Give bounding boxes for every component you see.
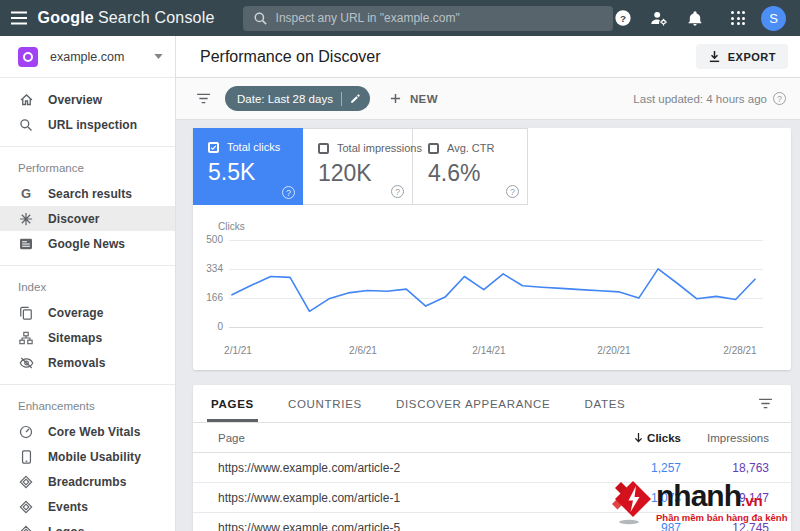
- clicks-header-label: Clicks: [647, 432, 681, 444]
- sidebar-item-label: Logos: [48, 525, 85, 531]
- help-outline-icon[interactable]: ?: [282, 186, 295, 199]
- sidebar-item-overview[interactable]: Overview: [0, 87, 175, 112]
- metric-label: Total clicks: [227, 141, 280, 153]
- topbar: GoogleSearch Console ?: [0, 0, 800, 36]
- table-filter-icon[interactable]: [758, 385, 773, 422]
- search-input[interactable]: [276, 11, 603, 25]
- page-url-link[interactable]: https://www.example.com/article-1: [193, 491, 586, 505]
- sidebar-item-label: Breadcrumbs: [48, 475, 126, 489]
- notifications-bell-icon[interactable]: [685, 8, 705, 28]
- sidebar-item-logos[interactable]: Logos: [0, 519, 175, 531]
- x-tick: 2/20/21: [597, 345, 630, 356]
- sidebar-item-events[interactable]: Events: [0, 494, 175, 519]
- chip-divider: [341, 92, 342, 106]
- export-button[interactable]: EXPORT: [696, 44, 788, 69]
- sidebar-item-label: Overview: [48, 93, 102, 107]
- manage-users-icon[interactable]: [649, 8, 669, 28]
- tab-discover-appearance[interactable]: DISCOVER APPEARANCE: [396, 385, 551, 422]
- help-outline-icon[interactable]: ?: [506, 185, 519, 198]
- property-selector[interactable]: example.com: [0, 36, 175, 78]
- table-header-row: Page Clicks Impressions: [193, 423, 791, 453]
- checkbox-empty-icon: [318, 143, 329, 154]
- clicks-value: 1,257: [586, 461, 681, 475]
- metric-card-total-clicks[interactable]: Total clicks 5.5K ?: [193, 128, 303, 205]
- sidebar-item-discover[interactable]: Discover: [0, 206, 175, 231]
- sidebar-item-sitemaps[interactable]: Sitemaps: [0, 325, 175, 350]
- tab-pages[interactable]: PAGES: [211, 385, 254, 422]
- metric-value: 5.5K: [208, 159, 293, 186]
- nav-group-top: Overview URL inspection: [0, 78, 175, 147]
- sidebar-item-label: Sitemaps: [48, 331, 102, 345]
- metric-label: Avg. CTR: [447, 142, 494, 154]
- metric-card-avg-ctr[interactable]: Avg. CTR 4.6% ?: [413, 128, 528, 205]
- column-header-page[interactable]: Page: [193, 432, 586, 444]
- sidebar-item-coverage[interactable]: Coverage: [0, 300, 175, 325]
- x-tick: 2/28/21: [723, 345, 756, 356]
- nav-group-enhancements: Enhancements Core Web Vitals Mobile Usab…: [0, 385, 175, 531]
- sidebar-item-label: Discover: [48, 212, 100, 226]
- url-inspect-searchbox[interactable]: [243, 6, 613, 31]
- sidebar-item-removals[interactable]: Removals: [0, 350, 175, 375]
- export-label: EXPORT: [728, 51, 776, 63]
- watermark-tld: .vn: [741, 493, 763, 508]
- page-url-link[interactable]: https://www.example.com/article-2: [193, 461, 586, 475]
- topbar-actions: ? S: [613, 6, 800, 31]
- x-tick: 2/14/21: [472, 345, 505, 356]
- smartphone-icon: [18, 449, 34, 465]
- magnifier-icon: [18, 117, 34, 133]
- svg-text:?: ?: [620, 13, 626, 24]
- page-url-link[interactable]: https://www.example.com/article-5: [193, 521, 586, 531]
- sidebar-item-label: Core Web Vitals: [48, 425, 140, 439]
- metric-value: 120K: [318, 160, 402, 187]
- column-header-impressions[interactable]: Impressions: [681, 432, 791, 444]
- sidebar-item-url-inspection[interactable]: URL inspection: [0, 112, 175, 137]
- checkbox-checked-icon: [208, 142, 219, 153]
- clicks-series-line: [232, 269, 755, 311]
- watermark-brand: nhanh: [656, 481, 741, 511]
- tab-dates[interactable]: DATES: [585, 385, 626, 422]
- sidebar-item-label: Google News: [48, 237, 125, 251]
- filter-list-icon[interactable]: [196, 93, 211, 104]
- sidebar-item-google-news[interactable]: Google News: [0, 231, 175, 256]
- watermark-tagline: Phần mềm bán hàng đa kênh: [656, 512, 787, 523]
- new-label: NEW: [410, 93, 438, 105]
- sidebar-item-label: Coverage: [48, 306, 104, 320]
- chevron-down-icon: [154, 54, 163, 59]
- nav-group-index: Index Coverage Sitemaps Removals: [0, 266, 175, 385]
- help-icon[interactable]: ?: [613, 8, 633, 28]
- nav-group-performance: Performance G Search results Discover Go…: [0, 147, 175, 266]
- sidebar-item-breadcrumbs[interactable]: Breadcrumbs: [0, 469, 175, 494]
- sidebar-item-core-web-vitals[interactable]: Core Web Vitals: [0, 419, 175, 444]
- x-tick: 2/6/21: [349, 345, 377, 356]
- diamond-icon: [18, 524, 34, 531]
- filter-bar: Date: Last 28 days NEW Last updated: 4 h…: [176, 78, 800, 120]
- sidebar-item-search-results[interactable]: G Search results: [0, 181, 175, 206]
- google-g-icon: G: [18, 186, 34, 202]
- help-outline-icon[interactable]: ?: [773, 92, 786, 105]
- google-apps-icon[interactable]: [731, 11, 745, 25]
- last-updated-text: Last updated: 4 hours ago: [633, 93, 767, 105]
- main-content: Performance on Discover EXPORT Date: Las…: [176, 36, 800, 531]
- section-enhancements: Enhancements: [0, 394, 175, 419]
- checkbox-empty-icon: [428, 143, 439, 154]
- column-header-clicks[interactable]: Clicks: [586, 432, 681, 444]
- property-icon: [18, 47, 38, 67]
- home-icon: [18, 92, 34, 108]
- diamond-icon: [18, 474, 34, 490]
- metric-strip: Total clicks 5.5K ? Total impressions 12…: [193, 128, 791, 205]
- eye-off-icon: [18, 355, 34, 371]
- menu-icon[interactable]: [0, 0, 38, 36]
- logo-suffix: Search Console: [98, 9, 215, 26]
- avatar[interactable]: S: [761, 6, 786, 31]
- edit-pencil-icon: [350, 93, 361, 104]
- new-filter-button[interactable]: NEW: [390, 93, 438, 105]
- metric-card-total-impressions[interactable]: Total impressions 120K ?: [303, 128, 413, 205]
- help-outline-icon[interactable]: ?: [391, 185, 404, 198]
- speed-gauge-icon: [18, 424, 34, 440]
- x-tick: 2/1/21: [224, 345, 252, 356]
- date-filter-chip[interactable]: Date: Last 28 days: [225, 86, 370, 111]
- clicks-line-chart: Clicks 500 334 166 0 2/1/21 2/6/21 2/14/…: [193, 205, 791, 370]
- tab-countries[interactable]: COUNTRIES: [288, 385, 362, 422]
- search-icon: [253, 11, 268, 26]
- sidebar-item-mobile-usability[interactable]: Mobile Usability: [0, 444, 175, 469]
